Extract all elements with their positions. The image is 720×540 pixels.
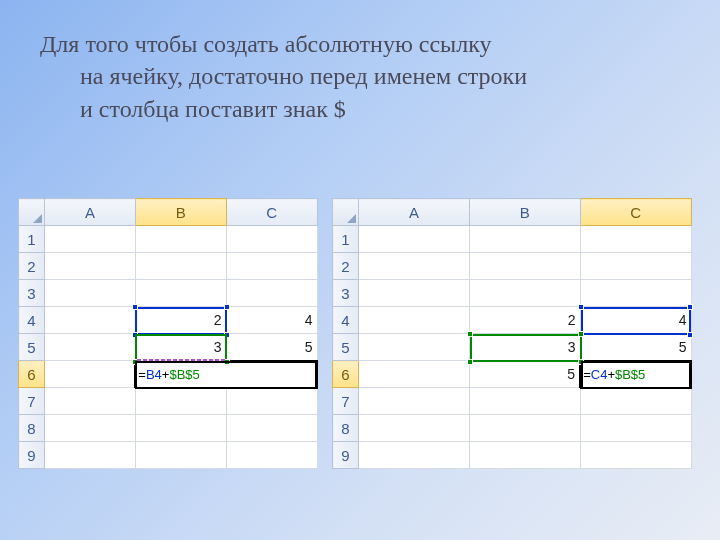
row-header-7[interactable]: 7 [333,388,359,415]
slide-title: Для того чтобы создать абсолютную ссылку… [40,28,680,125]
cell[interactable] [469,226,580,253]
cell[interactable] [45,253,136,280]
grid: A B C 1 2 3 424 535 6 5 =C4+$B$5 7 8 9 [332,198,692,469]
formula-ref1: C4 [591,367,608,382]
cell[interactable] [359,388,470,415]
cell[interactable] [45,307,136,334]
row-header-2[interactable]: 2 [19,253,45,280]
row-header-5[interactable]: 5 [333,334,359,361]
col-header-b[interactable]: B [469,199,580,226]
cell[interactable] [359,334,470,361]
cell[interactable] [135,442,226,469]
title-line-1: Для того чтобы создать абсолютную ссылку [40,31,492,57]
cell-c6-editing[interactable]: =C4+$B$5 [580,361,691,388]
row-header-8[interactable]: 8 [19,415,45,442]
formula-ref2: $B$5 [169,367,199,382]
cell[interactable] [226,253,317,280]
cell[interactable] [45,334,136,361]
cell[interactable] [135,253,226,280]
cell[interactable] [226,226,317,253]
title-line-3: и столбца поставит знак $ [40,93,680,125]
cell[interactable] [469,253,580,280]
cell[interactable] [469,415,580,442]
cell[interactable] [359,307,470,334]
cell-b6[interactable]: 5 [469,361,580,388]
cell[interactable] [359,361,470,388]
title-line-2: на ячейку, достаточно перед именем строк… [40,60,680,92]
formula-equals: = [138,367,146,382]
cell[interactable] [580,388,691,415]
row-header-3[interactable]: 3 [333,280,359,307]
row-header-6[interactable]: 6 [333,361,359,388]
row-header-7[interactable]: 7 [19,388,45,415]
cell[interactable] [469,442,580,469]
cell[interactable] [469,388,580,415]
cell[interactable] [359,226,470,253]
cell[interactable] [580,442,691,469]
cell-c5[interactable]: 5 [580,334,691,361]
cell[interactable] [359,280,470,307]
cell[interactable] [45,415,136,442]
row-header-9[interactable]: 9 [333,442,359,469]
row-header-1[interactable]: 1 [333,226,359,253]
cell[interactable] [45,226,136,253]
cell[interactable] [135,388,226,415]
cell[interactable] [45,388,136,415]
cell-b5[interactable]: 3 [135,334,226,361]
cell[interactable] [45,442,136,469]
cell-c4[interactable]: 4 [580,307,691,334]
cell[interactable] [580,415,691,442]
formula-ref1: B4 [146,367,162,382]
col-header-c[interactable]: C [226,199,317,226]
cell[interactable] [226,280,317,307]
cell-c4[interactable]: 4 [226,307,317,334]
row-header-1[interactable]: 1 [19,226,45,253]
cell[interactable] [359,415,470,442]
formula-equals: = [583,367,591,382]
cell[interactable] [135,280,226,307]
cell-b4[interactable]: 2 [469,307,580,334]
row-header-3[interactable]: 3 [19,280,45,307]
cell-b6-editing[interactable]: =B4+$B$5 [135,361,317,388]
cell[interactable] [45,280,136,307]
cell[interactable] [135,226,226,253]
cell[interactable] [359,253,470,280]
row-header-8[interactable]: 8 [333,415,359,442]
cell-b5[interactable]: 3 [469,334,580,361]
col-header-a[interactable]: A [45,199,136,226]
cell[interactable] [135,415,226,442]
col-header-a[interactable]: A [359,199,470,226]
cell[interactable] [226,442,317,469]
row-header-4[interactable]: 4 [19,307,45,334]
formula-op: + [607,367,615,382]
row-header-4[interactable]: 4 [333,307,359,334]
select-all-corner[interactable] [19,199,45,226]
formula-ref2: $B$5 [615,367,645,382]
row-header-2[interactable]: 2 [333,253,359,280]
cell[interactable] [359,442,470,469]
spreadsheet-right: A B C 1 2 3 424 535 6 5 =C4+$B$5 7 8 9 [332,198,692,469]
cell-c5[interactable]: 5 [226,334,317,361]
cell-b4[interactable]: 2 [135,307,226,334]
col-header-b[interactable]: B [135,199,226,226]
grid: A B C 1 2 3 424 535 6 =B4+$B$5 7 8 9 [18,198,318,469]
cell[interactable] [580,226,691,253]
cell[interactable] [469,280,580,307]
col-header-c[interactable]: C [580,199,691,226]
spreadsheet-left: A B C 1 2 3 424 535 6 =B4+$B$5 7 8 9 [18,198,318,469]
cell[interactable] [226,415,317,442]
cell[interactable] [580,280,691,307]
row-header-9[interactable]: 9 [19,442,45,469]
cell[interactable] [45,361,136,388]
row-header-5[interactable]: 5 [19,334,45,361]
cell[interactable] [226,388,317,415]
cell[interactable] [580,253,691,280]
row-header-6[interactable]: 6 [19,361,45,388]
select-all-corner[interactable] [333,199,359,226]
